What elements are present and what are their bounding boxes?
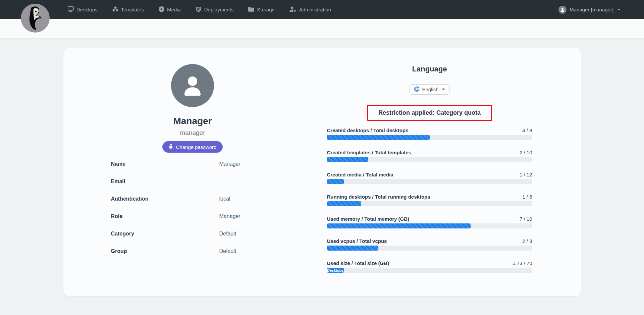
detail-label: Authentication	[111, 196, 219, 202]
nav-label: Templates	[121, 7, 144, 12]
profile-avatar	[171, 64, 214, 107]
quota-value: 1 / 6	[522, 194, 532, 200]
progress-track	[327, 135, 532, 140]
quota-label: Created desktops / Total desktops	[327, 127, 409, 133]
detail-row-authentication: Authentication local	[111, 190, 299, 208]
quota-label: Used memory / Total memory (GB)	[327, 216, 410, 222]
quota-list: Created desktops / Total desktops 4 / 8 …	[327, 127, 532, 273]
detail-label: Group	[111, 248, 219, 254]
detail-value: Manager	[219, 213, 240, 219]
nav-item-deployments[interactable]: Deployments	[196, 6, 234, 13]
user-gear-icon	[289, 6, 297, 13]
progress-bar	[327, 246, 378, 251]
detail-label: Name	[111, 161, 219, 167]
detail-value: local	[219, 196, 230, 202]
subheader-strip	[0, 19, 644, 39]
progress-bar	[327, 201, 361, 206]
nav-item-templates[interactable]: Templates	[112, 6, 144, 13]
nav-label: Media	[167, 7, 181, 12]
quota-value: 5.73 / 70	[513, 260, 532, 266]
quota-row-running-desktops: Running desktops / Total running desktop…	[327, 194, 532, 206]
progress-track	[327, 179, 532, 184]
quota-row-templates: Created templates / Total templates 2 / …	[327, 150, 532, 162]
detail-row-category: Category Default	[111, 225, 299, 243]
chevron-down-icon	[442, 89, 445, 90]
folder-icon	[248, 7, 254, 13]
profile-details: Name Manager Email Authentication local …	[111, 155, 299, 260]
nav-label: Storage	[257, 7, 275, 12]
profile-display-name: Manager	[63, 116, 322, 126]
user-menu-dropdown[interactable]: Manager [manager]	[558, 6, 644, 14]
language-title: Language	[327, 65, 532, 73]
quota-value: 7 / 10	[520, 216, 532, 222]
language-selected: English	[422, 87, 438, 92]
quota-label: Created media / Total media	[327, 172, 393, 177]
disc-icon	[159, 6, 164, 13]
restriction-notice: Restriction applied: Category quota	[367, 105, 492, 121]
screens-icon	[196, 6, 202, 13]
isard-logo[interactable]	[21, 4, 50, 33]
profile-card: Manager manager Change password Name	[63, 48, 581, 296]
quota-label: Created templates / Total templates	[327, 150, 411, 155]
progress-track	[327, 201, 532, 206]
nav-item-desktops[interactable]: Desktops	[68, 6, 98, 13]
nav-label: Desktops	[76, 7, 98, 12]
change-password-label: Change password	[176, 144, 217, 150]
desktop-icon	[68, 6, 74, 13]
progress-bar-label: Desktops	[327, 268, 344, 272]
detail-value: Manager	[219, 161, 240, 167]
progress-track	[327, 157, 532, 162]
detail-label: Category	[111, 231, 219, 237]
progress-bar: Desktops	[327, 268, 344, 273]
quota-row-media: Created media / Total media 1 / 12	[327, 172, 532, 184]
quota-value: 4 / 8	[522, 127, 532, 133]
user-avatar-icon	[558, 6, 567, 14]
nav-label: Deployments	[204, 7, 234, 12]
detail-label: Email	[111, 178, 219, 185]
progress-track: Desktops	[327, 268, 532, 273]
quota-label: Used vcpus / Total vcpus	[327, 238, 387, 244]
quota-row-size: Used size / Total size (GB) 5.73 / 70 De…	[327, 260, 532, 273]
quota-value: 1 / 12	[520, 172, 532, 177]
quota-column: Language English	[327, 48, 532, 296]
nav-item-storage[interactable]: Storage	[248, 7, 275, 13]
detail-value: Default	[219, 231, 236, 237]
detail-row-role: Role Manager	[111, 208, 299, 225]
chevron-down-icon	[617, 9, 621, 10]
quota-row-memory: Used memory / Total memory (GB) 7 / 10	[327, 216, 532, 228]
detail-row-group: Group Default	[111, 243, 299, 260]
quota-row-desktops: Created desktops / Total desktops 4 / 8	[327, 127, 532, 140]
cubes-icon	[112, 6, 118, 13]
quota-label: Used size / Total size (GB)	[327, 260, 389, 266]
detail-label: Role	[111, 213, 219, 219]
globe-icon	[414, 86, 420, 93]
detail-row-name: Name Manager	[111, 155, 299, 173]
profile-username: manager	[63, 129, 322, 137]
quota-row-vcpus: Used vcpus / Total vcpus 2 / 8	[327, 238, 532, 251]
progress-track	[327, 246, 532, 251]
top-navbar: Desktops Templates Media	[0, 0, 644, 19]
user-menu-label: Manager [manager]	[570, 7, 613, 12]
profile-column: Manager manager Change password Name	[63, 48, 322, 296]
progress-bar	[327, 135, 430, 140]
nav-item-media[interactable]: Media	[159, 6, 181, 13]
nav-item-administration[interactable]: Administration	[289, 6, 331, 13]
nav-label: Administration	[299, 7, 331, 12]
detail-value: Default	[219, 248, 236, 254]
progress-bar	[327, 179, 344, 184]
quota-label: Running desktops / Total running desktop…	[327, 194, 430, 200]
main-nav: Desktops Templates Media	[68, 6, 331, 13]
change-password-button[interactable]: Change password	[162, 141, 223, 153]
progress-track	[327, 223, 532, 228]
quota-value: 2 / 8	[522, 238, 532, 244]
detail-row-email: Email	[111, 173, 299, 190]
lock-icon	[169, 144, 173, 150]
progress-bar	[327, 157, 368, 162]
language-dropdown[interactable]: English	[410, 84, 449, 95]
main-content: Manager manager Change password Name	[0, 39, 644, 296]
progress-bar	[327, 223, 471, 228]
quota-value: 2 / 10	[520, 150, 532, 155]
